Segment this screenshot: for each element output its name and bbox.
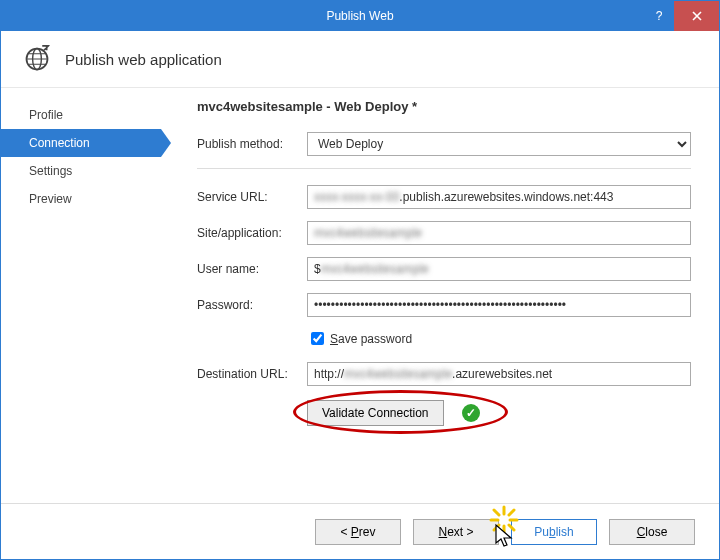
close-icon xyxy=(692,11,702,21)
close-button[interactable]: Close xyxy=(609,519,695,545)
password-input[interactable] xyxy=(307,293,691,317)
validation-success-icon: ✓ xyxy=(462,404,480,422)
publish-button[interactable]: Publish xyxy=(511,519,597,545)
dialog-footer: < Prev Next > Publish Close xyxy=(1,503,719,559)
globe-icon xyxy=(23,45,51,73)
save-password-label[interactable]: Save password xyxy=(330,332,412,346)
save-password-checkbox[interactable] xyxy=(311,332,324,345)
window-title: Publish Web xyxy=(326,9,393,23)
divider xyxy=(197,168,691,169)
next-button[interactable]: Next > xyxy=(413,519,499,545)
validate-connection-button[interactable]: Validate Connection xyxy=(307,400,444,426)
save-password-row: Save password xyxy=(307,329,691,348)
site-app-input[interactable]: mvc4websitesample xyxy=(307,221,691,245)
help-button[interactable]: ? xyxy=(644,1,674,31)
window-controls: ? xyxy=(644,1,719,31)
close-window-button[interactable] xyxy=(674,1,719,31)
wizard-sidebar: Profile Connection Settings Preview xyxy=(1,85,161,503)
sidebar-item-preview[interactable]: Preview xyxy=(1,185,161,213)
sidebar-item-connection[interactable]: Connection xyxy=(1,129,161,157)
sidebar-item-settings[interactable]: Settings xyxy=(1,157,161,185)
site-app-label: Site/application: xyxy=(197,226,307,240)
username-input[interactable]: $mvc4websitesample xyxy=(307,257,691,281)
service-url-label: Service URL: xyxy=(197,190,307,204)
destination-url-input[interactable]: http://mvc4websitesample.azurewebsites.n… xyxy=(307,362,691,386)
password-label: Password: xyxy=(197,298,307,312)
profile-title: mvc4websitesample - Web Deploy * xyxy=(197,99,691,114)
dialog-window: Publish Web ? Publish web application Pr… xyxy=(0,0,720,560)
username-label: User name: xyxy=(197,262,307,276)
header-title: Publish web application xyxy=(65,51,222,68)
prev-button[interactable]: < Prev xyxy=(315,519,401,545)
destination-url-label: Destination URL: xyxy=(197,367,307,381)
sidebar-item-profile[interactable]: Profile xyxy=(1,101,161,129)
dialog-header: Publish web application xyxy=(1,31,719,88)
publish-method-label: Publish method: xyxy=(197,137,307,151)
wizard-content: mvc4websitesample - Web Deploy * Publish… xyxy=(161,85,719,503)
publish-method-select[interactable]: Web Deploy xyxy=(307,132,691,156)
service-url-input[interactable]: xxxx-xxxx-xx-00.publish.azurewebsites.wi… xyxy=(307,185,691,209)
titlebar: Publish Web ? xyxy=(1,1,719,31)
